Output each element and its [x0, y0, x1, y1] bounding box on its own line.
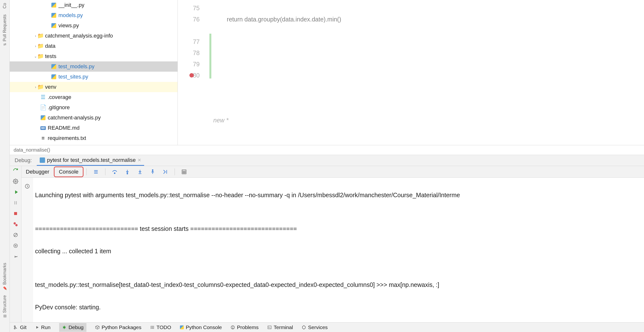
tree-item[interactable]: models.py — [10, 10, 178, 21]
problems-tab[interactable]: Problems — [230, 324, 258, 330]
terminal-tab[interactable]: Terminal — [267, 324, 293, 330]
svg-point-31 — [63, 326, 66, 328]
folder-icon: 📁 — [38, 33, 43, 39]
svg-point-4 — [14, 222, 16, 225]
tree-item[interactable]: ›📁catchment_analysis.egg-info — [10, 31, 178, 41]
tree-item[interactable]: views.py — [10, 21, 178, 31]
project-tree[interactable]: __init__.py models.py views.py ›📁catchme… — [10, 0, 178, 145]
text-file-icon: ≡ — [40, 135, 46, 141]
tree-item[interactable]: catchment-analysis.py — [10, 113, 178, 123]
threads-icon[interactable] — [92, 169, 99, 175]
rail-bookmarks-tab[interactable]: 🔖Bookmarks — [2, 261, 7, 292]
settings-gear-icon[interactable] — [12, 243, 19, 249]
run-to-cursor-icon[interactable] — [162, 169, 169, 175]
tree-item[interactable]: test_sites.py — [10, 72, 178, 82]
python-file-icon — [51, 74, 56, 79]
svg-rect-2 — [16, 201, 16, 204]
debug-side-toolbar — [10, 166, 22, 322]
rail-structure-tab[interactable]: ▤Structure — [2, 293, 7, 320]
svg-point-13 — [114, 173, 116, 174]
svg-line-34 — [63, 327, 63, 327]
svg-point-9 — [14, 244, 17, 248]
git-tab[interactable]: Git — [14, 324, 26, 330]
python-console-tab[interactable]: Python Console — [180, 324, 222, 330]
svg-point-15 — [127, 173, 128, 174]
evaluate-expression-icon[interactable] — [181, 169, 188, 175]
console-output[interactable]: Launching pytest with arguments test_mod… — [33, 178, 644, 322]
debug-panel-tab-bar: Debug: pytest for test_models.test_norma… — [10, 155, 644, 166]
step-into-my-code-icon[interactable] — [136, 169, 144, 175]
settings-icon[interactable] — [12, 178, 19, 185]
console-tab[interactable]: Console — [54, 167, 84, 177]
pytest-icon — [40, 157, 45, 163]
python-file-icon — [41, 115, 46, 120]
tree-item[interactable]: ›📁venv — [10, 82, 178, 92]
svg-line-7 — [14, 234, 17, 237]
view-breakpoints-icon[interactable] — [12, 221, 19, 227]
svg-line-36 — [63, 327, 63, 328]
folder-icon: 📁 — [38, 43, 43, 49]
pin-icon[interactable] — [12, 253, 19, 260]
svg-marker-30 — [36, 326, 38, 328]
svg-point-8 — [15, 245, 16, 246]
python-file-icon — [51, 64, 56, 69]
editor-breadcrumb[interactable]: data_normalise() — [10, 145, 644, 155]
rail-pull-requests-tab[interactable]: ⇅Pull Requests — [2, 13, 7, 48]
svg-line-35 — [65, 327, 66, 327]
svg-point-0 — [15, 181, 16, 182]
python-file-icon — [51, 3, 56, 8]
debug-tab[interactable]: Debug — [59, 323, 86, 332]
debug-session-tab[interactable]: pytest for test_models.test_normalise ✕ — [37, 155, 144, 166]
history-icon[interactable] — [24, 184, 30, 189]
svg-rect-44 — [268, 326, 271, 329]
tree-item-selected[interactable]: test_models.py — [10, 61, 178, 72]
svg-point-19 — [152, 170, 154, 171]
left-tool-rail: Co ⇅Pull Requests 🔖Bookmarks ▤Structure — [0, 0, 10, 332]
editor-gutter[interactable]: 74 75 76 77 78 79 80 — [178, 0, 210, 145]
tree-item[interactable]: ≡requirements.txt — [10, 133, 178, 143]
rail-commit-tab[interactable]: Co — [2, 1, 7, 11]
python-file-icon — [51, 13, 56, 18]
svg-point-43 — [233, 328, 233, 328]
step-out-icon[interactable] — [149, 169, 156, 175]
editor-body[interactable]: return data.groupby(data.index.date).min… — [213, 0, 644, 145]
code-editor[interactable]: 74 75 76 77 78 79 80 return data.groupby… — [178, 0, 644, 145]
svg-rect-21 — [182, 170, 186, 174]
services-tab[interactable]: Services — [302, 324, 328, 330]
tree-item[interactable]: ☰.coverage — [10, 92, 178, 102]
python-packages-tab[interactable]: Python Packages — [95, 324, 141, 330]
step-over-icon[interactable] — [111, 169, 118, 175]
debug-label: Debug: — [10, 157, 37, 163]
new-marker: new * — [213, 115, 229, 126]
run-tab[interactable]: Run — [35, 324, 51, 330]
markdown-icon: MD — [40, 126, 46, 130]
debug-toolbar: Debugger Console — [22, 166, 644, 178]
gitignore-icon: 📄 — [40, 105, 46, 110]
svg-point-5 — [15, 224, 18, 226]
editor-change-margin — [210, 0, 213, 145]
tree-item[interactable]: __init__.py — [10, 0, 178, 10]
step-into-icon[interactable] — [124, 169, 131, 175]
svg-point-28 — [14, 328, 15, 329]
todo-tab[interactable]: TODO — [150, 324, 171, 330]
svg-marker-46 — [302, 325, 305, 329]
tree-item[interactable]: 📄.gitignore — [10, 102, 178, 113]
database-icon: ☰ — [40, 95, 46, 100]
folder-icon: 📁 — [38, 54, 43, 59]
pause-icon[interactable] — [12, 200, 19, 206]
folder-icon: 📁 — [38, 84, 43, 90]
mute-breakpoints-icon[interactable] — [12, 232, 19, 238]
console-side-toolbar — [22, 178, 33, 322]
tree-item[interactable]: ›📁data — [10, 41, 178, 51]
stop-icon[interactable] — [12, 210, 19, 217]
resume-icon[interactable] — [12, 189, 19, 195]
breakpoint-icon[interactable] — [190, 73, 194, 78]
main-area: __init__.py models.py views.py ›📁catchme… — [10, 0, 644, 332]
svg-line-37 — [65, 327, 66, 328]
close-icon[interactable]: ✕ — [138, 157, 141, 163]
bottom-tool-bar: Git Run Debug Python Packages TODO Pytho… — [10, 322, 644, 332]
tree-item[interactable]: ⌄📁tests — [10, 51, 178, 61]
tree-item[interactable]: MDREADME.md — [10, 123, 178, 133]
rerun-icon[interactable] — [12, 168, 19, 174]
debugger-tab[interactable]: Debugger — [22, 167, 54, 177]
